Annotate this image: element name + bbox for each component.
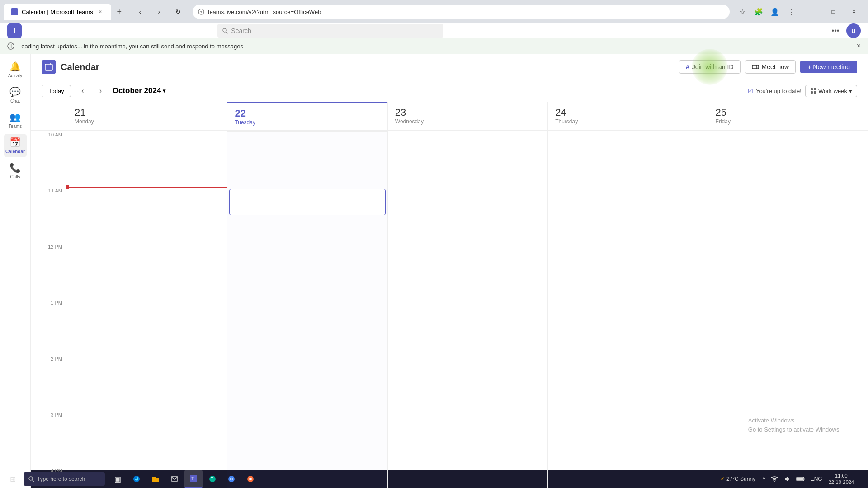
- day-col-fri[interactable]: [708, 131, 868, 488]
- sidebar-item-calls[interactable]: 📞 Calls: [4, 159, 27, 183]
- view-selector[interactable]: Work week ▾: [805, 85, 857, 97]
- tue-10am[interactable]: [227, 131, 387, 160]
- fri-4pm[interactable]: [708, 467, 868, 488]
- tue-1pm[interactable]: [227, 300, 387, 328]
- fri-2-30[interactable]: [708, 383, 868, 411]
- start-button[interactable]: ⊞: [4, 470, 22, 488]
- meet-now-button[interactable]: Meet now: [745, 60, 796, 74]
- thu-11-30[interactable]: [548, 215, 708, 243]
- sidebar-item-chat[interactable]: 💬 Chat: [4, 83, 27, 107]
- profile-button[interactable]: 👤: [768, 5, 782, 19]
- restore-button[interactable]: □: [823, 5, 844, 18]
- wed-1-30[interactable]: [388, 327, 547, 355]
- tue-10-30[interactable]: [227, 160, 387, 188]
- month-label[interactable]: October 2024 ▾: [113, 86, 166, 95]
- back-button[interactable]: ‹: [131, 5, 149, 18]
- join-with-id-button[interactable]: # Join with an ID: [679, 60, 741, 74]
- tue-1-30[interactable]: [227, 328, 387, 356]
- today-button[interactable]: Today: [42, 85, 71, 97]
- mon-11-30[interactable]: [67, 215, 227, 243]
- mon-2-30[interactable]: [67, 383, 227, 411]
- wed-4pm[interactable]: [388, 467, 547, 488]
- fri-3-30[interactable]: [708, 439, 868, 467]
- forward-button[interactable]: ›: [150, 5, 168, 18]
- fri-11am[interactable]: [708, 187, 868, 215]
- mon-3pm[interactable]: [67, 411, 227, 439]
- wed-3pm[interactable]: [388, 411, 547, 439]
- fri-10-30[interactable]: [708, 159, 868, 187]
- tue-3-30[interactable]: [227, 440, 387, 468]
- notification-close-button[interactable]: ×: [857, 42, 861, 50]
- tab-close-btn[interactable]: ×: [97, 8, 104, 15]
- tue-2-30[interactable]: [227, 384, 387, 412]
- day-col-tue[interactable]: [227, 131, 387, 488]
- mon-10-30[interactable]: [67, 159, 227, 187]
- mon-4pm[interactable]: [67, 467, 227, 488]
- tue-3pm[interactable]: [227, 412, 387, 440]
- fri-12-30[interactable]: [708, 271, 868, 299]
- fri-2pm[interactable]: [708, 355, 868, 383]
- tue-4pm[interactable]: [227, 468, 387, 488]
- extensions-button[interactable]: 🧩: [751, 5, 766, 19]
- tue-11-30[interactable]: [227, 216, 387, 244]
- thu-11am[interactable]: [548, 187, 708, 215]
- teams-search-bar[interactable]: Search: [217, 24, 443, 38]
- day-col-thu[interactable]: [547, 131, 708, 488]
- next-week-button[interactable]: ›: [94, 84, 107, 97]
- more-tools-button[interactable]: ⋮: [784, 5, 798, 19]
- address-text[interactable]: teams.live.com/v2/?utm_source=OfficeWeb: [208, 9, 321, 15]
- thu-4pm[interactable]: [548, 467, 708, 488]
- tue-12pm[interactable]: [227, 244, 387, 272]
- thu-2-30[interactable]: [548, 383, 708, 411]
- wed-3-30[interactable]: [388, 439, 547, 467]
- thu-10am[interactable]: [548, 131, 708, 159]
- wed-12pm[interactable]: [388, 243, 547, 271]
- wed-10-30[interactable]: [388, 159, 547, 187]
- prev-week-button[interactable]: ‹: [76, 84, 89, 97]
- tue-11am[interactable]: [227, 188, 387, 216]
- calendar-event[interactable]: [229, 189, 385, 215]
- mon-3-30[interactable]: [67, 439, 227, 467]
- sidebar-item-teams[interactable]: 👥 Teams: [4, 108, 27, 132]
- mon-1pm[interactable]: [67, 299, 227, 327]
- mon-10am[interactable]: [67, 131, 227, 159]
- more-options-button[interactable]: •••: [828, 23, 843, 38]
- fri-10am[interactable]: [708, 131, 868, 159]
- wed-11am[interactable]: [388, 187, 547, 215]
- wed-1pm[interactable]: [388, 299, 547, 327]
- new-meeting-button[interactable]: + New meeting: [800, 61, 857, 73]
- day-col-wed[interactable]: [387, 131, 547, 488]
- thu-10-30[interactable]: [548, 159, 708, 187]
- refresh-button[interactable]: ↻: [169, 5, 187, 18]
- mon-1-30[interactable]: [67, 327, 227, 355]
- thu-12pm[interactable]: [548, 243, 708, 271]
- fri-1pm[interactable]: [708, 299, 868, 327]
- close-button[interactable]: ×: [844, 5, 864, 18]
- wed-2-30[interactable]: [388, 383, 547, 411]
- fri-1-30[interactable]: [708, 327, 868, 355]
- wed-10am[interactable]: [388, 131, 547, 159]
- thu-2pm[interactable]: [548, 355, 708, 383]
- wed-12-30[interactable]: [388, 271, 547, 299]
- tue-12-30[interactable]: [227, 272, 387, 300]
- mon-2pm[interactable]: [67, 355, 227, 383]
- tue-2pm[interactable]: [227, 356, 387, 384]
- thu-3pm[interactable]: [548, 411, 708, 439]
- day-col-mon[interactable]: [67, 131, 227, 488]
- address-bar[interactable]: teams.live.com/v2/?utm_source=OfficeWeb: [193, 5, 730, 19]
- mon-11am[interactable]: [67, 187, 227, 215]
- thu-12-30[interactable]: [548, 271, 708, 299]
- thu-1-30[interactable]: [548, 327, 708, 355]
- wed-2pm[interactable]: [388, 355, 547, 383]
- thu-3-30[interactable]: [548, 439, 708, 467]
- fri-12pm[interactable]: [708, 243, 868, 271]
- fri-11-30[interactable]: [708, 215, 868, 243]
- bookmark-button[interactable]: ☆: [735, 5, 750, 19]
- browser-tab[interactable]: T Calendar | Microsoft Teams ×: [4, 4, 111, 20]
- sidebar-item-activity[interactable]: 🔔 Activity: [4, 58, 27, 81]
- mon-12-30[interactable]: [67, 271, 227, 299]
- wed-11-30[interactable]: [388, 215, 547, 243]
- user-avatar[interactable]: U: [846, 23, 861, 38]
- new-tab-button[interactable]: +: [113, 5, 126, 18]
- minimize-button[interactable]: –: [802, 5, 823, 18]
